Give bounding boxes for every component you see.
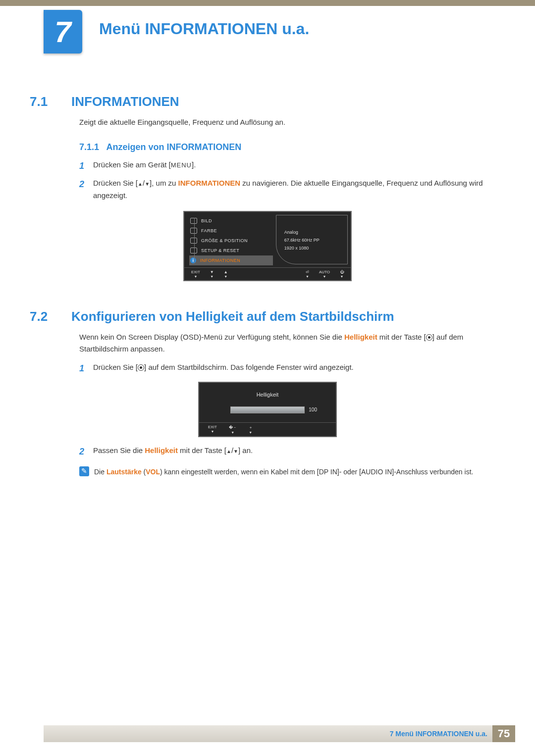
footer-page-number: 75 xyxy=(492,725,515,742)
label: BILD xyxy=(201,218,212,223)
osd-item-setup: SETUP & RESET xyxy=(189,246,273,255)
section-number: 7.2 xyxy=(30,309,58,324)
circle-dot-icon xyxy=(138,364,144,371)
step-number: 2 xyxy=(79,444,87,459)
note-icon: ✎ xyxy=(79,466,89,476)
step-1: 1 Drücken Sie am Gerät [MENU]. xyxy=(79,158,505,174)
section-7-2-heading: 7.2 Konfigurieren von Helligkeit auf dem… xyxy=(30,309,505,324)
circle-dot-icon xyxy=(426,334,432,341)
step-text: Drücken Sie [/], um zu INFORMATIONEN zu … xyxy=(93,177,505,202)
step-number: 1 xyxy=(79,361,87,376)
step-2: 2 Drücken Sie [/], um zu INFORMATIONEN z… xyxy=(79,177,505,202)
text: ] an. xyxy=(238,446,253,454)
info-source: Analog xyxy=(284,228,343,236)
size-icon xyxy=(190,238,197,244)
chapter-number-tab: 7 xyxy=(44,10,82,53)
step-1: 1 Drücken Sie [] auf dem Startbildschirm… xyxy=(79,361,505,376)
text: ( xyxy=(142,468,146,476)
highlight-helligkeit: Helligkeit xyxy=(145,446,178,454)
osd-menu-list: BILD FARBE GRÖßE & POSITION SETUP & RESE… xyxy=(184,212,276,267)
text: mit der Taste [ xyxy=(377,333,426,341)
subsection-title: Anzeigen von INFORMATIONEN xyxy=(107,142,242,152)
text: ]. xyxy=(192,160,196,169)
section-title: Konfigurieren von Helligkeit auf dem Sta… xyxy=(71,309,394,324)
picture-icon xyxy=(190,218,197,224)
note: ✎ Die Lautstärke (VOL) kann eingestellt … xyxy=(79,466,505,478)
label: SETUP & RESET xyxy=(201,248,239,253)
step-2: 2 Passen Sie die Helligkeit mit der Tast… xyxy=(79,444,505,459)
color-icon xyxy=(190,228,197,234)
gear-icon xyxy=(190,248,197,253)
page-content: 7.1 INFORMATIONEN Zeigt die aktuelle Ein… xyxy=(30,84,505,478)
text: Wenn kein On Screen Display (OSD)-Menü z… xyxy=(79,333,344,341)
brightness-value: 100 xyxy=(309,407,317,412)
osd-exit: EXIT▼ xyxy=(208,425,217,434)
section-7-1-intro: Zeigt die aktuelle Eingangsquelle, Frequ… xyxy=(79,116,505,128)
highlight-helligkeit: Helligkeit xyxy=(344,333,377,341)
osd-information-figure: BILD FARBE GRÖßE & POSITION SETUP & RESE… xyxy=(183,211,352,281)
osd-power: ⏻▼ xyxy=(340,270,344,278)
up-arrow-icon xyxy=(138,179,143,187)
chapter-title: Menü INFORMATIONEN u.a. xyxy=(99,20,309,38)
section-number: 7.1 xyxy=(30,94,58,109)
section-title: INFORMATIONEN xyxy=(71,94,179,109)
text: mit der Taste [ xyxy=(178,446,226,454)
highlight-lautstaerke: Lautstärke xyxy=(107,468,142,476)
step-text: Drücken Sie [] auf dem Startbildschirm. … xyxy=(93,361,354,376)
label: INFORMATIONEN xyxy=(200,258,240,263)
subsection-number: 7.1.1 xyxy=(79,142,99,152)
osd-brightness-title: Helligkeit xyxy=(199,383,336,402)
osd-brightness-figure: Helligkeit 100 EXIT▼ �－▼ ＋▼ xyxy=(198,382,337,437)
step-number: 2 xyxy=(79,177,87,202)
footer-chapter-label: 7 Menü INFORMATIONEN u.a. xyxy=(390,730,487,738)
steps-7-2: 1 Drücken Sie [] auf dem Startbildschirm… xyxy=(79,361,505,376)
step-number: 1 xyxy=(79,158,87,174)
info-frequency: 67.6kHz 60Hz PP xyxy=(284,236,343,244)
osd-footer: EXIT▼ ▼▼ ▲▼ ⏎▼ AUTO▼ ⏻▼ xyxy=(184,267,351,280)
osd-enter: ⏎▼ xyxy=(306,270,309,278)
info-icon: i xyxy=(190,257,196,263)
text: Drücken Sie [ xyxy=(93,179,138,187)
osd-item-bild: BILD xyxy=(189,216,273,226)
page-footer: 7 Menü INFORMATIONEN u.a. 75 xyxy=(44,725,515,742)
note-text: Die Lautstärke (VOL) kann eingestellt we… xyxy=(94,466,473,478)
osd-item-informationen-selected: iINFORMATIONEN xyxy=(189,255,273,265)
osd-up: ▲▼ xyxy=(224,270,228,278)
top-stripe xyxy=(0,0,535,6)
down-arrow-icon xyxy=(145,179,150,187)
osd-minus: �－▼ xyxy=(229,425,237,434)
text: ], um zu xyxy=(150,179,178,187)
text: ) kann eingestellt werden, wenn ein Kabe… xyxy=(160,468,473,476)
osd-item-size: GRÖßE & POSITION xyxy=(189,236,273,246)
steps-7-2-cont: 2 Passen Sie die Helligkeit mit der Tast… xyxy=(79,444,505,459)
brightness-slider: 100 xyxy=(230,406,305,413)
text: Drücken Sie am Gerät [ xyxy=(93,160,171,169)
step-text: Passen Sie die Helligkeit mit der Taste … xyxy=(93,444,253,459)
subsection-7-1-1-heading: 7.1.1 Anzeigen von INFORMATIONEN xyxy=(79,142,505,152)
osd-item-farbe: FARBE xyxy=(189,226,273,236)
osd-plus: ＋▼ xyxy=(249,425,253,434)
highlight-vol: VOL xyxy=(146,468,160,476)
section-7-2-intro: Wenn kein On Screen Display (OSD)-Menü z… xyxy=(79,331,505,355)
text: ] auf dem Startbildschirm. Das folgende … xyxy=(144,363,354,371)
label: GRÖßE & POSITION xyxy=(201,238,248,243)
menu-label: MENU xyxy=(171,161,192,169)
up-arrow-icon xyxy=(226,446,231,454)
section-7-1-heading: 7.1 INFORMATIONEN xyxy=(30,94,505,109)
osd-exit: EXIT▼ xyxy=(191,270,200,278)
label: FARBE xyxy=(201,228,217,233)
text: Drücken Sie [ xyxy=(93,363,138,371)
info-resolution: 1920 x 1080 xyxy=(284,244,343,252)
osd-info-panel: Analog 67.6kHz 60Hz PP 1920 x 1080 xyxy=(276,215,348,264)
osd-down: ▼▼ xyxy=(210,270,214,278)
osd-auto: AUTO▼ xyxy=(319,270,330,278)
menu-connector-line xyxy=(194,218,195,263)
steps-7-1-1: 1 Drücken Sie am Gerät [MENU]. 2 Drücken… xyxy=(79,158,505,202)
highlight-informationen: INFORMATIONEN xyxy=(178,179,241,187)
osd-brightness-footer: EXIT▼ �－▼ ＋▼ xyxy=(199,422,336,436)
text: Passen Sie die xyxy=(93,446,145,454)
down-arrow-icon xyxy=(233,446,238,454)
text: Die xyxy=(94,468,107,476)
step-text: Drücken Sie am Gerät [MENU]. xyxy=(93,158,196,174)
